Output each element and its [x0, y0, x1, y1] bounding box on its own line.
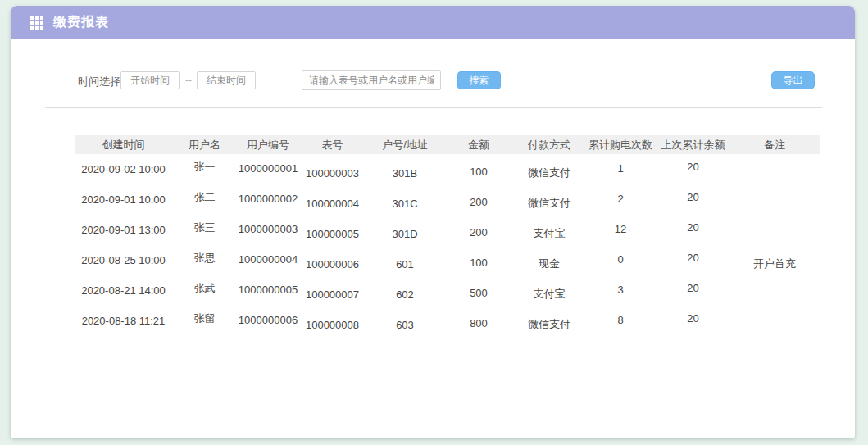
end-time-input[interactable] — [197, 71, 256, 89]
table-cell: 支付宝 — [514, 218, 584, 248]
table-row: 2020-09-01 13:00张三1000000003100000005301… — [75, 215, 820, 245]
column-header: 户号/地址 — [366, 135, 443, 154]
table-cell: 100 — [443, 157, 514, 187]
table-cell — [729, 218, 820, 248]
table-cell: 20 — [657, 152, 729, 182]
table-cell: 张一 — [171, 152, 238, 182]
table-cell: 20 — [657, 303, 729, 334]
table-cell — [729, 279, 820, 309]
grid-icon — [30, 16, 43, 30]
export-button[interactable]: 导出 — [771, 71, 815, 89]
column-header: 付款方式 — [514, 135, 584, 154]
table-cell: 12 — [584, 214, 657, 244]
table-cell — [729, 157, 820, 188]
page-title: 缴费报表 — [53, 14, 109, 31]
table-cell: 601 — [366, 249, 443, 279]
table-cell — [729, 188, 820, 218]
table-cell: 1000000002 — [238, 184, 298, 214]
table-row: 2020-09-02 10:00张一1000000001100000003301… — [75, 154, 820, 184]
table-cell: 1000000005 — [238, 275, 298, 305]
table-cell: 20 — [657, 212, 729, 243]
start-time-input[interactable] — [120, 71, 180, 89]
table-cell: 微信支付 — [514, 157, 584, 188]
column-header: 备注 — [729, 135, 820, 154]
table-cell: 张三 — [171, 212, 238, 243]
table-cell: 2020-09-01 10:00 — [75, 184, 171, 215]
table-cell: 603 — [366, 310, 443, 340]
table-cell: 开户首充 — [729, 248, 820, 279]
table-cell: 100 — [443, 247, 514, 278]
table-cell — [729, 309, 820, 339]
table-cell: 张武 — [171, 273, 238, 303]
table-cell: 张思 — [171, 243, 238, 273]
column-header: 创建时间 — [75, 135, 171, 154]
table-cell: 200 — [443, 187, 514, 217]
table-cell: 2020-08-25 10:00 — [75, 245, 171, 275]
table-cell: 1000000006 — [238, 305, 298, 335]
column-header: 表号 — [298, 135, 366, 154]
table-cell: 0 — [584, 244, 657, 275]
table-cell: 100000005 — [298, 219, 366, 249]
table-cell: 2020-09-01 13:00 — [75, 215, 171, 245]
table-cell: 1000000001 — [238, 153, 298, 184]
table-cell: 1000000004 — [238, 244, 298, 275]
table-cell: 支付宝 — [514, 279, 584, 309]
table-row: 2020-08-21 14:00张武1000000005100000007602… — [75, 275, 820, 306]
table-cell: 100000007 — [298, 279, 366, 310]
filter-bar: 时间选择 -- 搜索 导出 — [11, 39, 855, 107]
filter-divider — [45, 107, 822, 108]
table-cell: 301D — [366, 219, 443, 249]
date-range-separator: -- — [183, 75, 194, 86]
table-row: 2020-09-01 10:00张二1000000002100000004301… — [75, 184, 820, 215]
table-cell: 1 — [584, 153, 657, 184]
table-body: 2020-09-02 10:00张一1000000001100000003301… — [75, 154, 820, 336]
table-cell: 张二 — [171, 182, 238, 212]
table-cell: 2020-08-21 14:00 — [75, 275, 171, 306]
report-card: 缴费报表 时间选择 -- 搜索 导出 创建时间用户名用户编号表号户号/地址金额付… — [11, 6, 855, 438]
table-cell: 现金 — [514, 248, 584, 279]
table-cell: 微信支付 — [514, 309, 584, 339]
time-select-label: 时间选择 — [78, 75, 120, 89]
table-cell: 301C — [366, 188, 443, 219]
table-cell: 100000008 — [298, 310, 366, 340]
table-cell: 2020-08-18 11:21 — [75, 306, 171, 336]
table-cell: 301B — [366, 158, 443, 188]
table-cell: 100000006 — [298, 249, 366, 279]
table-cell: 微信支付 — [514, 188, 584, 218]
table-cell: 800 — [443, 308, 514, 338]
report-table-container: 创建时间用户名用户编号表号户号/地址金额付款方式累计购电次数上次累计余额备注 2… — [75, 135, 820, 336]
table-cell: 500 — [443, 278, 514, 308]
table-cell: 3 — [584, 275, 657, 305]
search-button[interactable]: 搜索 — [457, 71, 501, 89]
table-row: 2020-08-18 11:21张留1000000006100000008603… — [75, 306, 820, 336]
table-cell: 20 — [657, 243, 729, 273]
table-cell: 100000004 — [298, 188, 366, 219]
report-table: 创建时间用户名用户编号表号户号/地址金额付款方式累计购电次数上次累计余额备注 2… — [75, 135, 820, 336]
table-cell: 200 — [443, 217, 514, 247]
table-cell: 20 — [657, 273, 729, 303]
table-row: 2020-08-25 10:00张思1000000004100000006601… — [75, 245, 820, 275]
table-cell: 2020-09-02 10:00 — [75, 154, 171, 184]
table-cell: 100000003 — [298, 158, 366, 188]
table-cell: 8 — [584, 305, 657, 335]
search-input[interactable] — [302, 70, 441, 90]
column-header: 用户编号 — [238, 135, 298, 154]
table-cell: 1000000003 — [238, 214, 298, 244]
table-cell: 20 — [657, 182, 729, 212]
table-cell: 张留 — [171, 303, 238, 334]
title-bar: 缴费报表 — [11, 6, 855, 39]
table-cell: 602 — [366, 279, 443, 310]
column-header: 金额 — [443, 135, 514, 154]
column-header: 累计购电次数 — [584, 135, 657, 154]
table-cell: 2 — [584, 184, 657, 214]
